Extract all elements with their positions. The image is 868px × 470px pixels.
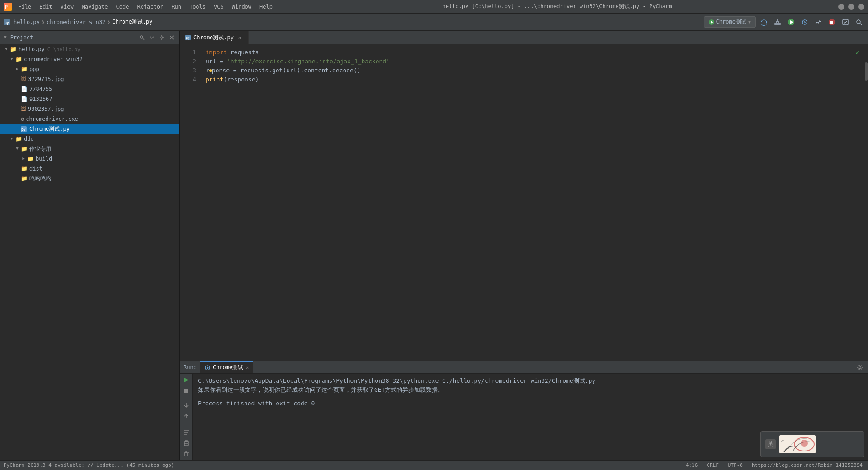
tree-item-9132567[interactable]: 📄 9132567: [0, 94, 179, 104]
menu-help[interactable]: Help: [256, 2, 276, 12]
stop-button[interactable]: [826, 17, 837, 28]
menu-refactor[interactable]: Refactor: [133, 2, 167, 12]
code-editor[interactable]: 1 2 3 4 import requests url = 'http://ex…: [180, 44, 868, 361]
svg-rect-25: [184, 389, 188, 393]
clear-button[interactable]: [181, 449, 191, 458]
tree-item-mingming[interactable]: 📁 鸣鸣鸣鸣: [0, 174, 179, 184]
run-tab-close[interactable]: ✕: [246, 365, 249, 370]
code-line-1: import requests: [206, 48, 863, 57]
tab-close-button[interactable]: ✕: [236, 34, 243, 41]
main-toolbar: py hello.py ❯ chromedriver_win32 ❯ Chrom…: [0, 14, 868, 31]
menu-run[interactable]: Run: [168, 2, 185, 12]
tree-label: hello.py: [19, 46, 45, 52]
folder-icon: 📁: [10, 46, 17, 52]
status-position[interactable]: 4:16: [684, 462, 700, 468]
tree-item-build[interactable]: ▶ 📁 build: [0, 154, 179, 164]
line-number-1: 1: [180, 48, 196, 57]
tree-item-dist[interactable]: 📁 dist: [0, 164, 179, 174]
profile-button[interactable]: [813, 17, 824, 28]
text-cursor: [259, 76, 259, 83]
tree-label: 鸣鸣鸣鸣: [29, 175, 51, 183]
scroll-to-top-button[interactable]: [181, 412, 191, 421]
menu-bar: File Edit View Navigate Code Refactor Ru…: [14, 2, 276, 12]
run-settings-button[interactable]: [855, 363, 864, 372]
run-stop-button[interactable]: [181, 386, 191, 395]
line-numbers: 1 2 3 4: [180, 44, 200, 361]
tree-item-chromedriver-win32[interactable]: ▼ 📁 chromedriver_win32: [0, 54, 179, 64]
menu-edit[interactable]: Edit: [36, 2, 56, 12]
folder-icon: 📁: [15, 56, 22, 62]
tree-item-7784755[interactable]: 📄 7784755: [0, 84, 179, 94]
menu-vcs[interactable]: VCS: [210, 2, 227, 12]
run-button[interactable]: [786, 17, 797, 28]
code-content[interactable]: import requests url = 'http://exercise.k…: [200, 44, 868, 361]
code-line-2: url = 'http://exercise.kingname.info/aja…: [206, 57, 863, 66]
tree-item-zuoye[interactable]: ▼ 📁 作业专用: [0, 144, 179, 154]
menu-window[interactable]: Window: [228, 2, 255, 12]
project-settings-button[interactable]: [158, 33, 166, 42]
code-text: requests: [227, 48, 259, 57]
tree-item-chromedriver-exe[interactable]: ⚙ chromedriver.exe: [0, 114, 179, 124]
breadcrumb-sep-1: ❯: [107, 19, 110, 25]
debug-button[interactable]: [799, 17, 810, 28]
notification-popup: 英 🖊: [760, 431, 864, 457]
project-panel: ▼ Project ▼ 📁: [0, 31, 180, 460]
hide-project-panel-button[interactable]: [168, 33, 176, 42]
menu-view[interactable]: View: [57, 2, 77, 12]
reload-button[interactable]: [759, 17, 769, 28]
close-button[interactable]: ✕: [858, 4, 864, 10]
tree-item-ddd[interactable]: ▼ 📁 ddd: [0, 134, 179, 144]
coverage-button[interactable]: [840, 17, 851, 28]
tree-label: 9302357.jpg: [28, 106, 64, 112]
tree-item-9302357[interactable]: 🖼 9302357.jpg: [0, 104, 179, 114]
menu-navigate[interactable]: Navigate: [78, 2, 112, 12]
build-button[interactable]: [772, 17, 783, 28]
tree-label: dist: [29, 166, 42, 172]
run-tab-chrome-test[interactable]: Chrome测试 ✕: [200, 361, 253, 373]
editor-scrollbar[interactable]: [864, 58, 868, 361]
maximize-button[interactable]: □: [848, 4, 854, 10]
breadcrumb-item-2[interactable]: Chrome测试.py: [112, 18, 152, 26]
toolbar-right: Chrome测试 ▼: [704, 16, 864, 28]
minimize-button[interactable]: ─: [838, 4, 844, 10]
tab-chrome-test[interactable]: py Chrome测试.py ✕: [180, 31, 249, 44]
menu-code[interactable]: Code: [113, 2, 133, 12]
image-icon: 🖼: [21, 76, 26, 82]
tree-item-3729715[interactable]: 🖼 3729715.jpg: [0, 74, 179, 84]
scrollbar-thumb[interactable]: [865, 62, 868, 81]
project-header-icons: [138, 33, 176, 42]
run-output-chinese: 如果你看到这一段文字，说明你已经成功访问了这个页面，并获取了GET方式的异步加载…: [198, 385, 863, 394]
tree-label: build: [36, 156, 52, 162]
project-tree: ▼ 📁 hello.py C:\hello.py ▼ 📁 chromedrive…: [0, 44, 179, 460]
tree-item-chrome-test-py[interactable]: py Chrome测试.py: [0, 124, 179, 134]
breadcrumb-item-0[interactable]: hello.py: [14, 19, 40, 25]
run-config-label: Chrome测试: [716, 18, 746, 26]
search-everywhere-button[interactable]: [854, 17, 864, 28]
code-line-4: print (response): [206, 75, 863, 84]
run-exit-code: Process finished with exit code 0: [198, 399, 863, 408]
status-notification[interactable]: PyCharm 2019.3.4 available: // Update...…: [4, 462, 680, 468]
svg-point-16: [161, 37, 163, 38]
status-encoding[interactable]: UTF-8: [726, 462, 745, 468]
collapse-all-button[interactable]: [148, 33, 156, 42]
tree-label: chromedriver.exe: [26, 116, 78, 122]
tree-label: ddd: [24, 136, 34, 142]
line-number-3: 3: [180, 66, 196, 75]
file-icon: 📄: [21, 96, 28, 102]
status-line-sep[interactable]: CRLF: [705, 462, 721, 468]
tree-arrow: ▼: [9, 57, 14, 62]
menu-tools[interactable]: Tools: [186, 2, 209, 12]
run-play-button[interactable]: [181, 375, 191, 385]
soft-wrap-button[interactable]: [181, 427, 191, 437]
svg-marker-24: [184, 378, 189, 382]
print-button[interactable]: [181, 438, 191, 447]
tree-item-ppp[interactable]: ▶ 📁 ppp: [0, 64, 179, 74]
menu-file[interactable]: File: [14, 2, 35, 12]
run-config-button[interactable]: Chrome测试 ▼: [704, 16, 756, 28]
locate-file-button[interactable]: [138, 33, 146, 42]
status-branch[interactable]: https://blog.csdn.net/Robin_141252894: [750, 462, 864, 468]
scroll-to-end-button[interactable]: [181, 401, 191, 410]
project-panel-title: Project: [10, 34, 33, 41]
breadcrumb-item-1[interactable]: chromedriver_win32: [47, 19, 105, 25]
tree-item-hello-py[interactable]: ▼ 📁 hello.py C:\hello.py: [0, 44, 179, 54]
